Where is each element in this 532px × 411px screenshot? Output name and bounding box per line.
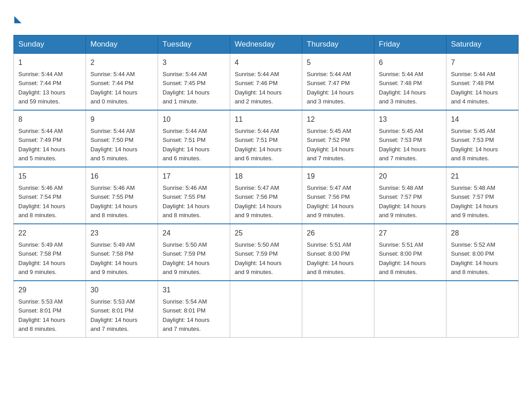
day-number: 18: [235, 171, 297, 182]
calendar-cell: 5 Sunrise: 5:44 AMSunset: 7:47 PMDayligh…: [302, 54, 374, 111]
calendar-cell: 6 Sunrise: 5:44 AMSunset: 7:48 PMDayligh…: [374, 54, 446, 111]
calendar-cell: 2 Sunrise: 5:44 AMSunset: 7:44 PMDayligh…: [86, 54, 158, 111]
calendar-cell: 1 Sunrise: 5:44 AMSunset: 7:44 PMDayligh…: [14, 54, 86, 111]
day-info: Sunrise: 5:53 AMSunset: 8:01 PMDaylight:…: [18, 298, 65, 332]
day-number: 19: [307, 171, 369, 182]
calendar-cell: [374, 281, 446, 338]
day-info: Sunrise: 5:46 AMSunset: 7:54 PMDaylight:…: [18, 184, 65, 218]
day-info: Sunrise: 5:54 AMSunset: 8:01 PMDaylight:…: [163, 298, 210, 332]
day-number: 10: [163, 114, 225, 125]
calendar-cell: 20 Sunrise: 5:48 AMSunset: 7:57 PMDaylig…: [374, 167, 446, 224]
page-header: [13, 9, 519, 26]
calendar-cell: 8 Sunrise: 5:44 AMSunset: 7:49 PMDayligh…: [14, 110, 86, 167]
day-info: Sunrise: 5:44 AMSunset: 7:48 PMDaylight:…: [451, 71, 498, 105]
calendar-cell: [230, 281, 302, 338]
calendar-cell: 11 Sunrise: 5:44 AMSunset: 7:51 PMDaylig…: [230, 110, 302, 167]
calendar-cell: 21 Sunrise: 5:48 AMSunset: 7:57 PMDaylig…: [446, 167, 519, 224]
day-info: Sunrise: 5:44 AMSunset: 7:45 PMDaylight:…: [163, 71, 210, 105]
day-number: 13: [379, 114, 442, 125]
calendar-cell: 10 Sunrise: 5:44 AMSunset: 7:51 PMDaylig…: [158, 110, 230, 167]
calendar-header-row: SundayMondayTuesdayWednesdayThursdayFrid…: [14, 35, 519, 54]
day-info: Sunrise: 5:45 AMSunset: 7:53 PMDaylight:…: [379, 128, 426, 162]
day-number: 11: [235, 114, 297, 125]
calendar-cell: 27 Sunrise: 5:51 AMSunset: 8:00 PMDaylig…: [374, 224, 446, 281]
day-number: 16: [90, 171, 153, 182]
calendar-cell: 7 Sunrise: 5:44 AMSunset: 7:48 PMDayligh…: [446, 54, 519, 111]
day-info: Sunrise: 5:53 AMSunset: 8:01 PMDaylight:…: [90, 298, 137, 332]
day-number: 31: [163, 285, 225, 295]
day-number: 8: [18, 114, 81, 125]
day-number: 30: [90, 285, 153, 295]
day-number: 25: [235, 228, 297, 239]
day-number: 21: [451, 171, 514, 182]
day-number: 6: [379, 57, 442, 68]
day-number: 17: [163, 171, 225, 182]
calendar-cell: 23 Sunrise: 5:49 AMSunset: 7:58 PMDaylig…: [86, 224, 158, 281]
calendar-cell: 29 Sunrise: 5:53 AMSunset: 8:01 PMDaylig…: [14, 281, 86, 338]
day-info: Sunrise: 5:47 AMSunset: 7:56 PMDaylight:…: [235, 184, 282, 218]
day-info: Sunrise: 5:44 AMSunset: 7:46 PMDaylight:…: [235, 71, 282, 105]
day-number: 2: [90, 57, 153, 68]
day-info: Sunrise: 5:49 AMSunset: 7:58 PMDaylight:…: [90, 241, 137, 275]
day-number: 4: [235, 57, 297, 68]
day-number: 28: [451, 228, 514, 239]
logo-triangle-icon: [14, 16, 21, 23]
column-header-thursday: Thursday: [302, 35, 374, 54]
day-info: Sunrise: 5:45 AMSunset: 7:53 PMDaylight:…: [451, 128, 498, 162]
calendar-cell: [446, 281, 519, 338]
calendar-cell: 24 Sunrise: 5:50 AMSunset: 7:59 PMDaylig…: [158, 224, 230, 281]
day-number: 9: [90, 114, 153, 125]
day-info: Sunrise: 5:44 AMSunset: 7:44 PMDaylight:…: [18, 71, 65, 105]
day-number: 15: [18, 171, 81, 182]
day-info: Sunrise: 5:46 AMSunset: 7:55 PMDaylight:…: [90, 184, 137, 218]
calendar-cell: 3 Sunrise: 5:44 AMSunset: 7:45 PMDayligh…: [158, 54, 230, 111]
day-info: Sunrise: 5:51 AMSunset: 8:00 PMDaylight:…: [379, 241, 426, 275]
day-number: 1: [18, 57, 81, 68]
day-number: 5: [307, 57, 369, 68]
calendar-cell: 12 Sunrise: 5:45 AMSunset: 7:52 PMDaylig…: [302, 110, 374, 167]
day-info: Sunrise: 5:50 AMSunset: 7:59 PMDaylight:…: [163, 241, 210, 275]
calendar-cell: 17 Sunrise: 5:46 AMSunset: 7:55 PMDaylig…: [158, 167, 230, 224]
day-info: Sunrise: 5:44 AMSunset: 7:49 PMDaylight:…: [18, 128, 65, 162]
day-number: 22: [18, 228, 81, 239]
day-info: Sunrise: 5:48 AMSunset: 7:57 PMDaylight:…: [451, 184, 498, 218]
day-number: 23: [90, 228, 153, 239]
day-info: Sunrise: 5:47 AMSunset: 7:56 PMDaylight:…: [307, 184, 354, 218]
day-number: 3: [163, 57, 225, 68]
column-header-saturday: Saturday: [446, 35, 519, 54]
day-number: 7: [451, 57, 514, 68]
day-number: 14: [451, 114, 514, 125]
column-header-monday: Monday: [86, 35, 158, 54]
calendar-cell: 30 Sunrise: 5:53 AMSunset: 8:01 PMDaylig…: [86, 281, 158, 338]
day-number: 24: [163, 228, 225, 239]
column-header-tuesday: Tuesday: [158, 35, 230, 54]
calendar-cell: 22 Sunrise: 5:49 AMSunset: 7:58 PMDaylig…: [14, 224, 86, 281]
day-number: 12: [307, 114, 369, 125]
day-number: 27: [379, 228, 442, 239]
day-info: Sunrise: 5:44 AMSunset: 7:44 PMDaylight:…: [90, 71, 137, 105]
day-info: Sunrise: 5:52 AMSunset: 8:00 PMDaylight:…: [451, 241, 498, 275]
column-header-wednesday: Wednesday: [230, 35, 302, 54]
day-number: 29: [18, 285, 81, 295]
calendar-week-row: 1 Sunrise: 5:44 AMSunset: 7:44 PMDayligh…: [14, 54, 519, 111]
calendar-cell: 16 Sunrise: 5:46 AMSunset: 7:55 PMDaylig…: [86, 167, 158, 224]
column-header-friday: Friday: [374, 35, 446, 54]
day-info: Sunrise: 5:48 AMSunset: 7:57 PMDaylight:…: [379, 184, 426, 218]
day-info: Sunrise: 5:44 AMSunset: 7:47 PMDaylight:…: [307, 71, 354, 105]
calendar-cell: 15 Sunrise: 5:46 AMSunset: 7:54 PMDaylig…: [14, 167, 86, 224]
day-number: 26: [307, 228, 369, 239]
calendar-cell: 26 Sunrise: 5:51 AMSunset: 8:00 PMDaylig…: [302, 224, 374, 281]
day-info: Sunrise: 5:44 AMSunset: 7:48 PMDaylight:…: [379, 71, 426, 105]
calendar-week-row: 29 Sunrise: 5:53 AMSunset: 8:01 PMDaylig…: [14, 281, 519, 338]
logo: [13, 9, 21, 26]
calendar-week-row: 8 Sunrise: 5:44 AMSunset: 7:49 PMDayligh…: [14, 110, 519, 167]
calendar-week-row: 15 Sunrise: 5:46 AMSunset: 7:54 PMDaylig…: [14, 167, 519, 224]
calendar-cell: 18 Sunrise: 5:47 AMSunset: 7:56 PMDaylig…: [230, 167, 302, 224]
calendar-cell: 25 Sunrise: 5:50 AMSunset: 7:59 PMDaylig…: [230, 224, 302, 281]
calendar-week-row: 22 Sunrise: 5:49 AMSunset: 7:58 PMDaylig…: [14, 224, 519, 281]
day-info: Sunrise: 5:51 AMSunset: 8:00 PMDaylight:…: [307, 241, 354, 275]
calendar-cell: [302, 281, 374, 338]
day-info: Sunrise: 5:44 AMSunset: 7:51 PMDaylight:…: [163, 128, 210, 162]
calendar-cell: 28 Sunrise: 5:52 AMSunset: 8:00 PMDaylig…: [446, 224, 519, 281]
day-info: Sunrise: 5:46 AMSunset: 7:55 PMDaylight:…: [163, 184, 210, 218]
